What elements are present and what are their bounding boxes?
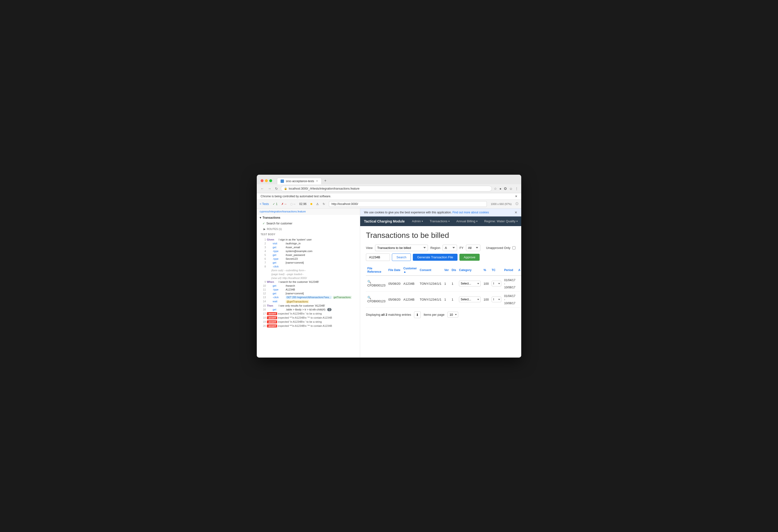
back-button[interactable]: ← — [260, 186, 265, 191]
unapproved-checkbox[interactable] — [512, 246, 516, 249]
automation-banner: Chrome is being controlled by automated … — [257, 193, 521, 200]
region-select[interactable]: A — [443, 245, 457, 251]
browser-window: sroc-acceptance-tests ✕ + ← → ↻ 🔒 localh… — [257, 175, 521, 358]
routes-header[interactable]: ▶ ROUTES (1) — [263, 227, 357, 231]
search-row-icon-2[interactable]: 🔍 — [367, 296, 371, 299]
extension-icon[interactable]: ● — [499, 187, 501, 190]
approve-button[interactable]: Approve — [459, 254, 480, 261]
forward-button[interactable]: → — [267, 186, 272, 191]
th-ver: Ver — [443, 265, 450, 276]
test-body-header: TEST BODY — [257, 232, 360, 237]
menu-icon[interactable]: ⋮ — [515, 187, 518, 190]
cell-category-1[interactable]: Select... — [458, 276, 482, 292]
tc-select-1[interactable]: l — [492, 281, 501, 286]
reload-icon[interactable]: ↻ — [323, 202, 325, 206]
search-button[interactable]: Search — [392, 254, 411, 261]
cell-percent-2: 100 — [482, 291, 490, 307]
items-per-page-label: Items per page — [423, 313, 445, 317]
category-select-2[interactable]: Select... — [459, 296, 481, 302]
fy-select[interactable]: All — [466, 245, 480, 251]
cell-consent-2: TONY/1234/1/1 — [418, 291, 443, 307]
step-8-meta2: (page load) --page loaded-- — [260, 272, 357, 276]
cell-tc-1[interactable]: l — [490, 276, 503, 292]
th-period: Period — [503, 265, 517, 276]
tab-title: sroc-acceptance-tests — [286, 179, 314, 183]
table-row: 🔍 CFDBI00123 05/08/20 A1234B TONY/1234/1… — [366, 276, 521, 292]
filter-row: View Transactions to be billed Region A … — [366, 245, 516, 251]
browser-tab[interactable]: sroc-acceptance-tests ✕ — [277, 178, 322, 184]
minimize-button[interactable] — [265, 179, 268, 182]
test-name[interactable]: ✓ Search for customer — [257, 221, 360, 226]
maximize-button[interactable] — [269, 179, 272, 182]
cell-percent-1: 100 — [482, 276, 490, 292]
th-file-date: File Date — [387, 265, 402, 276]
app-url-bar[interactable]: http://localhost:3000/ — [329, 201, 487, 207]
account-icon[interactable]: ☺ — [509, 187, 513, 190]
step-1: 1 Given I sign in as the 'system' user — [260, 238, 357, 242]
url-bar[interactable]: 🔒 localhost:3000/_/#/tests/integration/t… — [281, 186, 492, 191]
routes-arrow-icon: ▶ — [263, 228, 265, 231]
download-button[interactable]: ⬇ — [414, 312, 421, 318]
cell-file-ref-1: 🔍 CFDBI00123 — [366, 276, 387, 292]
section-label: Transactions — [262, 216, 280, 219]
cell-category-2[interactable]: Select... — [458, 291, 482, 307]
cookie-link[interactable]: Find out more about cookies — [453, 211, 489, 214]
nav-item-annual-billing[interactable]: Annual Billing ▾ — [453, 216, 481, 226]
cell-file-ref-2: 🔍 CFDBI00123 — [366, 291, 387, 307]
step-10: 10 get #search — [260, 284, 357, 288]
assert-fail-20: -assert — [267, 325, 277, 328]
app-brand: Tactical Charging Module — [364, 216, 408, 226]
cookie-close-icon[interactable]: ✕ — [515, 210, 518, 214]
signed-in-label: Signed in as System A — [521, 219, 521, 223]
cell-customer-2: A1234B — [402, 291, 418, 307]
tests-link[interactable]: < Tests — [260, 202, 269, 206]
cell-ver-1: 1 — [443, 276, 450, 292]
nav-item-admin[interactable]: Admin ▾ — [408, 216, 426, 226]
test-check-icon: ✓ — [262, 222, 265, 225]
info-icon[interactable]: ⓘ — [516, 202, 518, 206]
step-15: 15 Then I see only results for customer … — [260, 304, 357, 307]
items-per-page-select[interactable]: 10 25 50 — [448, 312, 458, 318]
generate-button[interactable]: Generate Transaction File — [413, 254, 458, 261]
passing-count: ✓ 1 — [273, 202, 278, 206]
step-19: 19 -assert expected '\n A1234B\n ' to be… — [260, 320, 357, 324]
th-a: A — [517, 265, 521, 276]
step-3: 3 get #user_email — [260, 245, 357, 249]
tab-close-icon[interactable]: ✕ — [316, 179, 318, 183]
admin-chevron-icon: ▾ — [422, 220, 423, 223]
automation-close-icon[interactable]: ✕ — [515, 195, 518, 198]
assert-fail-18: -assert — [267, 316, 277, 319]
search-row-icon-1[interactable]: 🔍 — [367, 280, 371, 283]
cell-dis-2: 1 — [450, 291, 458, 307]
th-dis: Dis — [450, 265, 458, 276]
cell-period-2: 01/04/17-10/08/17 — [503, 291, 517, 307]
nav-item-transactions[interactable]: Transactions ▾ — [426, 216, 453, 226]
header-row: FileReference File Date Customer ▲ Conse… — [366, 265, 521, 276]
cell-tc-2[interactable]: l — [490, 291, 503, 307]
tc-select-2[interactable]: l — [492, 296, 501, 302]
result-count-badge: 2 — [327, 308, 331, 311]
title-bar: sroc-acceptance-tests ✕ + — [257, 175, 521, 184]
nav-item-regime[interactable]: Regime: Water Quality ▾ — [481, 216, 521, 226]
th-percent: % — [482, 265, 490, 276]
app-nav: Tactical Charging Module Admin ▾ Transac… — [360, 216, 521, 226]
refresh-button[interactable]: ↻ — [274, 186, 279, 191]
star-icon[interactable]: ✪ — [504, 187, 507, 190]
unapproved-label: Unapproved Only — [486, 246, 511, 250]
step-4: 4 -type system@example.com — [260, 249, 357, 253]
cell-file-date-1: 05/08/20 — [387, 276, 402, 292]
address-bar: ← → ↻ 🔒 localhost:3000/_/#/tests/integra… — [257, 184, 521, 193]
view-select[interactable]: Transactions to be billed — [375, 245, 428, 251]
app-panel: We use cookies to give you the best expe… — [360, 208, 521, 358]
new-tab-button[interactable]: + — [322, 177, 329, 184]
step-16: 16 get .table > tbody > tr > td:nth-chil… — [260, 307, 357, 312]
window-size-text: 1000 x 660 (97%) — [491, 202, 512, 205]
search-input[interactable] — [366, 254, 390, 261]
bookmark-icon[interactable]: ☆ — [494, 187, 497, 190]
cypress-section-header[interactable]: ▾ Transactions — [257, 214, 360, 221]
assert-fail-17: -assert — [267, 312, 277, 315]
test-name-text: Search for customer — [266, 222, 292, 225]
wait-alias: @getTransactions — [286, 300, 309, 303]
category-select-1[interactable]: Select... — [459, 281, 481, 286]
close-button[interactable] — [260, 179, 263, 182]
